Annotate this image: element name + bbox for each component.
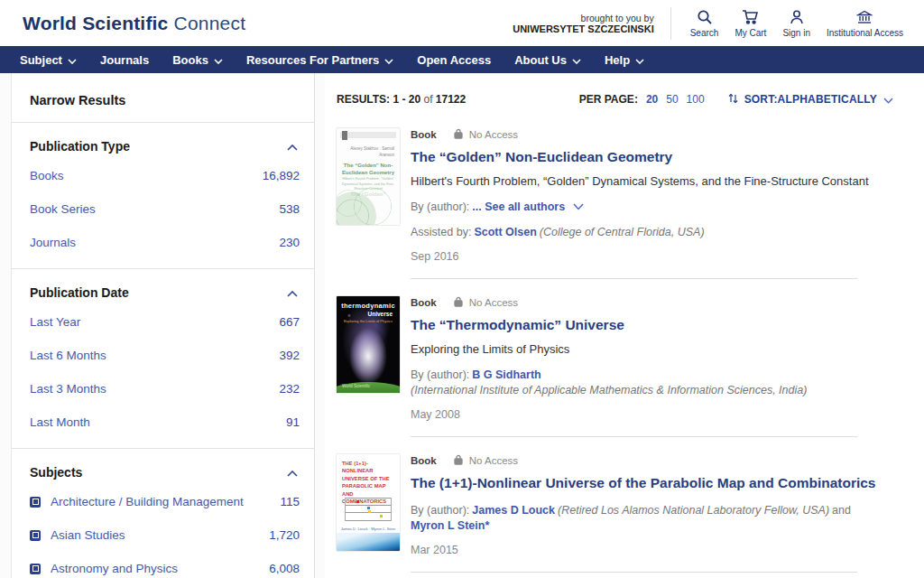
result-item-2: thermodynamic Universe Exploring the Lim… xyxy=(337,279,893,421)
authors-line: By (author): B G Sidharth (International… xyxy=(411,368,893,396)
cover-authors: Alexey Stakhov · Samuil Aranson xyxy=(337,146,394,159)
facet-label: Books xyxy=(30,169,64,182)
result-title[interactable]: The (1+1)-Nonlinear Universe of the Para… xyxy=(411,475,893,491)
nav-subject-label: Subject xyxy=(20,53,62,67)
chevron-down-icon xyxy=(573,200,584,213)
nav-books[interactable]: Books xyxy=(172,53,223,67)
facet-label: Last Year xyxy=(30,315,80,329)
nav-journals[interactable]: Journals xyxy=(100,53,149,67)
nav-resources-for-partners[interactable]: Resources For Partners xyxy=(246,53,393,67)
header-actions: Search My Cart Sig xyxy=(670,7,911,40)
publication-type-section: Publication Type Books 16,892 Book Serie… xyxy=(12,123,314,268)
facet-last-3-months[interactable]: Last 3 Months 232 xyxy=(30,372,301,406)
chevron-up-icon[interactable] xyxy=(287,465,298,480)
facet-label: Last 3 Months xyxy=(30,382,106,396)
per-page-label: PER PAGE: xyxy=(579,93,638,106)
checkbox-icon[interactable] xyxy=(30,530,41,541)
subjects-title: Subjects xyxy=(30,465,82,480)
facet-asian-studies[interactable]: Asian Studies 1,720 xyxy=(30,518,301,552)
authors-line: By (author): James D Louck (Retired Los … xyxy=(411,504,893,532)
nav-subject[interactable]: Subject xyxy=(20,53,77,67)
cover-art xyxy=(337,178,400,225)
lock-icon xyxy=(454,296,463,309)
nav-help[interactable]: Help xyxy=(605,53,644,67)
type-row: Book No Access xyxy=(411,454,893,467)
chevron-down-icon xyxy=(68,53,77,67)
sign-in-label: Sign in xyxy=(782,28,810,38)
facet-label: Astronomy and Physics xyxy=(30,562,178,575)
result-title[interactable]: The “Thermodynamic” Universe xyxy=(411,317,893,333)
author-link[interactable]: James D Louck xyxy=(472,504,555,517)
site-logo[interactable]: World Scientific Connect xyxy=(23,13,245,34)
header: World Scientific Connect brought to you … xyxy=(0,0,924,46)
facet-last-month[interactable]: Last Month 91 xyxy=(30,406,301,439)
facet-last-6-months[interactable]: Last 6 Months 392 xyxy=(30,339,301,372)
publication-type-title: Publication Type xyxy=(30,139,130,154)
book-cover-3[interactable]: THE (1+1)-NONLINEAR UNIVERSE OF THE PARA… xyxy=(337,454,400,551)
content-type-label: Book xyxy=(411,455,437,466)
publication-type-heading[interactable]: Publication Type xyxy=(30,139,301,154)
main-nav: Subject Journals Books Resources For Par… xyxy=(0,46,924,73)
facet-books[interactable]: Books 16,892 xyxy=(30,159,301,192)
results-count: RESULTS: 1 - 20 of 17122 xyxy=(337,93,466,106)
by-author-label: By (author): xyxy=(411,200,469,213)
institutional-access-button[interactable]: Institutional Access xyxy=(818,7,911,40)
subjects-section: Subjects Architecture / Building Managem… xyxy=(12,449,314,578)
result-item-3: THE (1+1)-NONLINEAR UNIVERSE OF THE PARA… xyxy=(337,437,893,556)
sort-arrows-icon xyxy=(728,91,738,107)
book-cover-2[interactable]: thermodynamic Universe Exploring the Lim… xyxy=(337,296,400,393)
cover-title2: Universe xyxy=(368,311,393,317)
search-button[interactable]: Search xyxy=(682,7,727,40)
subjects-heading[interactable]: Subjects xyxy=(30,465,301,480)
chevron-up-icon[interactable] xyxy=(287,139,298,154)
checkbox-icon[interactable] xyxy=(30,497,41,508)
result-title[interactable]: The “Golden” Non-Euclidean Geometry xyxy=(411,149,893,165)
publication-date-heading[interactable]: Publication Date xyxy=(30,285,301,300)
nav-books-label: Books xyxy=(172,53,208,67)
author-link[interactable]: B G Sidharth xyxy=(472,368,541,381)
facet-book-series[interactable]: Book Series 538 xyxy=(30,192,301,226)
chevron-up-icon[interactable] xyxy=(287,285,298,300)
result-body: Book No Access The “Golden” Non-Euclidea… xyxy=(411,128,893,263)
author-link[interactable]: Myron L Stein* xyxy=(411,519,489,532)
content: Narrow Results Publication Type Books 16… xyxy=(0,73,924,578)
chevron-down-icon xyxy=(214,53,223,67)
author-affiliation: (College of Central Florida, USA) xyxy=(540,226,705,238)
checkbox-icon[interactable] xyxy=(30,564,41,574)
result-subtitle: Exploring the Limits of Physics xyxy=(411,342,893,356)
publication-date: May 2008 xyxy=(411,408,893,421)
per-page-100[interactable]: 100 xyxy=(687,93,705,106)
publication-date: Mar 2015 xyxy=(411,544,893,556)
my-cart-button[interactable]: My Cart xyxy=(726,7,774,40)
search-icon xyxy=(697,9,713,25)
sort-control[interactable]: SORT:ALPHABETICALLY xyxy=(728,91,893,107)
facet-count: 1,720 xyxy=(269,528,300,542)
per-page-20[interactable]: 20 xyxy=(646,93,658,106)
facet-count: 667 xyxy=(279,315,300,329)
per-page-50[interactable]: 50 xyxy=(666,93,678,106)
content-type-label: Book xyxy=(411,129,437,140)
chevron-down-icon xyxy=(635,53,644,67)
cover-art-wave xyxy=(337,533,400,551)
nav-about-us[interactable]: About Us xyxy=(514,53,581,67)
per-page-control: PER PAGE: 20 50 100 xyxy=(579,93,705,106)
author-link[interactable]: Scott Olsen xyxy=(474,226,536,238)
author-affiliation: (Retired Los Alamos National Laboratory … xyxy=(558,504,829,517)
nav-open-access[interactable]: Open Access xyxy=(417,53,491,67)
facet-journals[interactable]: Journals 230 xyxy=(30,226,301,259)
type-row: Book No Access xyxy=(411,128,893,141)
chevron-down-icon xyxy=(572,53,581,67)
logo-light: Connect xyxy=(174,13,246,33)
facet-architecture[interactable]: Architecture / Building Management 115 xyxy=(30,485,301,518)
nav-open-access-label: Open Access xyxy=(417,53,491,67)
publication-date-list: Last Year 667 Last 6 Months 392 Last 3 M… xyxy=(30,305,301,439)
sign-in-button[interactable]: Sign in xyxy=(774,7,818,40)
access-status: No Access xyxy=(469,297,518,308)
facet-last-year[interactable]: Last Year 667 xyxy=(30,305,301,339)
facet-label: Architecture / Building Management xyxy=(30,495,244,508)
cart-icon xyxy=(742,9,759,25)
facet-astronomy-physics[interactable]: Astronomy and Physics 6,008 xyxy=(30,552,301,578)
book-cover-1[interactable]: Alexey Stakhov · Samuil Aranson The “Gol… xyxy=(337,128,400,225)
see-all-authors-link[interactable]: ... See all authors xyxy=(472,200,584,213)
sort-label: SORT:ALPHABETICALLY xyxy=(744,93,877,106)
